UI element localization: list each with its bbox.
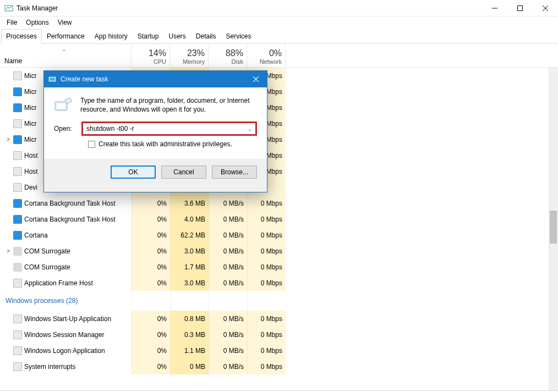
disk-cell: 0 MB/s [209,327,247,343]
scrollbar-thumb[interactable] [550,211,557,244]
cpu-cell: 0% [132,227,170,243]
cpu-cell: 0% [132,243,170,259]
open-input[interactable] [86,125,248,132]
svg-rect-6 [50,78,55,81]
process-icon [13,119,22,128]
chevron-down-icon[interactable]: ⌄ [248,126,252,132]
svg-rect-2 [518,5,523,10]
cancel-button[interactable]: Cancel [161,165,206,179]
column-headers: ⌄ Name 14% CPU 23% Memory 88% Disk 0% Ne… [0,44,558,68]
disk-cell: 0 MB/s [209,343,247,358]
memory-cell: 1.7 MB [170,259,209,275]
minimize-button[interactable] [482,0,507,16]
process-name: Host [24,168,38,175]
network-pct: 0% [269,48,282,58]
process-icon [13,71,22,80]
process-name: Cortana [24,231,48,239]
process-name: Host [24,152,38,159]
column-disk[interactable]: 88% Disk [209,44,247,67]
process-icon [13,346,22,355]
tab-details[interactable]: Details [191,29,221,44]
tab-services[interactable]: Services [221,29,256,44]
cpu-cell: 0% [132,327,170,343]
process-icon [13,215,22,224]
menu-file[interactable]: File [2,17,21,28]
tab-processes[interactable]: Processes [1,29,42,44]
process-icon [13,279,22,288]
process-name: Cortana Background Task Host [24,216,116,223]
memory-cell: 3.0 MB [170,243,209,259]
process-name: COM Surrogate [24,247,70,255]
dialog-title: Create new task [61,75,245,83]
network-cell: 0 Mbps [247,195,286,211]
process-row[interactable]: Application Frame Host0%3.0 MB0 MB/s0 Mb… [0,275,558,291]
memory-cell: 3.0 MB [170,275,209,291]
memory-cell: 1.1 MB [170,343,209,358]
memory-cell: 0.3 MB [170,327,209,343]
cpu-cell: 0% [132,211,170,227]
process-row[interactable]: System interrupts0%0 MB0 MB/s0 Mbps [0,358,558,374]
dialog-intro-text: Type the name of a program, folder, docu… [80,96,257,115]
process-icon [13,151,22,160]
cpu-cell: 0% [132,275,170,291]
open-combobox[interactable]: ⌄ [81,122,257,136]
disk-cell: 0 MB/s [209,227,247,243]
maximize-button[interactable] [507,0,533,16]
tab-startup[interactable]: Startup [133,29,164,44]
cpu-cell: 0% [132,343,170,358]
process-icon [13,167,22,176]
column-memory[interactable]: 23% Memory [170,44,209,67]
process-name: COM Surrogate [24,263,70,271]
process-row[interactable]: Windows Session Manager0%0.3 MB0 MB/s0 M… [0,327,558,343]
process-icon [13,247,22,256]
column-network[interactable]: 0% Network [247,44,286,67]
disk-cell: 0 MB/s [209,211,247,227]
disk-cell: 0 MB/s [209,275,247,291]
process-icon [13,314,22,323]
process-group-header: Windows processes (28) [0,291,558,311]
expand-icon[interactable]: > [4,248,12,254]
process-row[interactable]: >COM Surrogate0%3.0 MB0 MB/s0 Mbps [0,243,558,259]
memory-pct: 23% [187,48,205,58]
process-row[interactable]: Windows Logon Application0%1.1 MB0 MB/s0… [0,343,558,358]
column-name[interactable]: ⌄ Name [0,44,132,67]
process-row[interactable]: Cortana Background Task Host0%3.6 MB0 MB… [0,195,558,211]
process-row[interactable]: Cortana0%62.2 MB0 MB/s0 Mbps [0,227,558,243]
process-name: System interrupts [24,363,75,371]
process-row[interactable]: Cortana Background Task Host0%4.0 MB0 MB… [0,211,558,227]
process-name: Cortana Background Task Host [24,200,116,207]
network-cell: 0 Mbps [247,327,286,343]
admin-checkbox[interactable] [88,141,95,148]
process-name: Micr [24,120,37,128]
menu-options[interactable]: Options [21,17,53,28]
cpu-cell: 0% [132,358,170,374]
memory-cell: 0 MB [170,358,209,374]
network-cell: 0 Mbps [247,211,286,227]
tab-app-history[interactable]: App history [90,29,133,44]
dialog-title-bar[interactable]: Create new task [44,71,267,87]
ok-button[interactable]: OK [111,165,156,179]
network-cell: 0 Mbps [247,343,286,358]
process-name: Windows Start-Up Application [24,315,111,323]
cpu-pct: 14% [149,48,166,58]
admin-label: Create this task with administrative pri… [99,140,232,148]
column-cpu[interactable]: 14% CPU [132,44,170,67]
menu-view[interactable]: View [53,17,76,28]
network-cell: 0 Mbps [247,227,286,243]
network-cell: 0 Mbps [247,243,286,259]
browse-button[interactable]: Browse... [212,165,257,179]
tab-users[interactable]: Users [163,29,190,44]
expand-icon[interactable]: > [4,136,12,142]
process-row[interactable]: Windows Start-Up Application0%0.8 MB0 MB… [0,311,558,327]
dialog-close-button[interactable] [245,71,267,87]
tab-performance[interactable]: Performance [42,29,90,44]
network-label: Network [260,58,282,65]
tab-bar: ProcessesPerformanceApp historyStartupUs… [0,29,558,44]
close-button[interactable] [533,0,558,16]
cpu-cell: 0% [132,259,170,275]
disk-cell: 0 MB/s [209,259,247,275]
create-task-dialog: Create new task Type the name of a progr… [43,70,267,192]
vertical-scrollbar[interactable] [549,68,558,390]
process-row[interactable]: COM Surrogate0%1.7 MB0 MB/s0 Mbps [0,259,558,275]
disk-pct: 88% [226,48,243,58]
